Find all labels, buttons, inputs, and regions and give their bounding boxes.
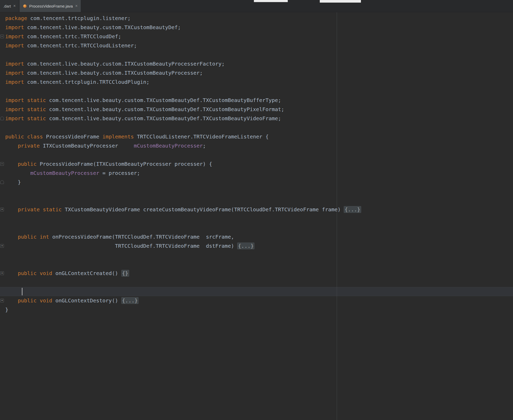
expand-fold-icon[interactable]: + [0, 299, 4, 302]
code-token: import [5, 33, 27, 40]
code-token: mCustomBeautyProcesser [30, 170, 99, 176]
code-line[interactable]: package com.tencent.trtcplugin.listener; [5, 14, 513, 23]
code-token: public void [18, 297, 55, 304]
code-line[interactable] [5, 260, 513, 269]
tab-label: .dart [3, 4, 11, 8]
code-line[interactable] [5, 214, 513, 223]
ide-window: .dart × ProcessVideoFrame.java × −−++++ … [0, 0, 513, 420]
tab-dart-file[interactable]: .dart × [0, 0, 19, 12]
code-token: com.tencent.live.beauty.custom.TXCustomB… [49, 115, 281, 122]
code-token: TRTCCloudDef.TRTCVideoFrame dstFrame) [5, 243, 237, 249]
folded-region[interactable]: {} [121, 270, 129, 277]
code-line[interactable]: import com.tencent.trtc.TRTCCloudListene… [5, 41, 513, 50]
code-line[interactable] [5, 278, 513, 287]
editor-tab-bar: .dart × ProcessVideoFrame.java × [0, 0, 513, 12]
code-token: onGLContextCreated() [55, 270, 121, 276]
code-line[interactable]: public ProcessVideoFrame(ITXCustomBeauty… [5, 160, 513, 169]
code-line[interactable]: public void onGLContextDestory() {...} [5, 296, 513, 305]
java-class-icon [23, 4, 27, 8]
code-token: com.tencent.live.beauty.custom.ITXCustom… [27, 70, 203, 76]
code-token: com.tencent.live.beauty.custom.TXCustomB… [49, 97, 281, 103]
code-token: private static [18, 206, 65, 213]
code-token [5, 170, 30, 176]
code-line[interactable] [5, 123, 513, 132]
code-line[interactable] [5, 187, 513, 196]
fold-range-icon[interactable]: − [0, 35, 4, 38]
folded-region[interactable]: {...} [237, 243, 254, 249]
code-token: import static [5, 115, 49, 122]
code-line[interactable] [5, 251, 513, 260]
code-token: } [5, 179, 21, 185]
code-token: private [18, 143, 43, 149]
code-token [5, 206, 18, 213]
fold-range-icon[interactable] [0, 117, 4, 120]
code-line[interactable]: import static com.tencent.live.beauty.cu… [5, 96, 513, 105]
code-token: } [5, 307, 8, 313]
code-token: import [5, 42, 27, 49]
expand-fold-icon[interactable]: + [0, 244, 4, 248]
code-editor[interactable]: −−++++ package com.tencent.trtcplugin.li… [0, 12, 513, 420]
code-token: TXCustomBeautyVideoFrame createCustomBea… [65, 206, 344, 213]
code-line[interactable]: } [5, 178, 513, 187]
code-line[interactable]: import com.tencent.trtcplugin.TRTCCloudP… [5, 78, 513, 87]
code-line[interactable]: } [5, 305, 513, 314]
code-token [5, 297, 18, 304]
code-line[interactable] [5, 223, 513, 232]
folded-region[interactable]: {...} [121, 297, 139, 304]
code-token: com.tencent.trtcplugin.TRTCCloudPlugin; [27, 79, 149, 85]
code-token: ITXCustomBeautyProcesser [43, 143, 134, 149]
code-line[interactable]: import com.tencent.trtc.TRTCCloudDef; [5, 32, 513, 41]
code-line[interactable]: public class ProcessVideoFrame implement… [5, 132, 513, 141]
code-line[interactable]: import com.tencent.live.beauty.custom.TX… [5, 23, 513, 32]
close-icon[interactable]: × [75, 4, 78, 8]
code-line[interactable]: import static com.tencent.live.beauty.cu… [5, 114, 513, 123]
code-token [5, 270, 18, 276]
code-line[interactable]: import com.tencent.live.beauty.custom.IT… [5, 59, 513, 68]
code-token [5, 234, 18, 240]
code-line[interactable]: import com.tencent.live.beauty.custom.IT… [5, 68, 513, 78]
code-token: import [5, 70, 27, 76]
code-line[interactable]: public void onGLContextCreated() {} [5, 269, 513, 278]
code-line[interactable] [5, 50, 513, 59]
code-token: = processer; [99, 170, 140, 176]
code-line[interactable] [5, 150, 513, 160]
gutter: −−++++ [0, 12, 5, 420]
code-line[interactable]: private ITXCustomBeautyProcesser mCustom… [5, 141, 513, 150]
code-lines: package com.tencent.trtcplugin.listener;… [0, 12, 513, 314]
code-token [5, 161, 18, 167]
fold-range-icon[interactable] [0, 180, 4, 184]
code-line[interactable] [5, 87, 513, 96]
code-token: public int [18, 234, 52, 240]
toolbar-fragment [320, 0, 361, 3]
code-token: com.tencent.trtcplugin.listener; [30, 15, 130, 21]
code-line[interactable]: TRTCCloudDef.TRTCVideoFrame dstFrame) {.… [5, 241, 513, 251]
code-token: com.tencent.trtc.TRTCCloudListener; [27, 42, 137, 49]
close-icon[interactable]: × [13, 4, 16, 8]
folded-region[interactable]: {...} [344, 206, 361, 213]
code-line[interactable] [5, 196, 513, 205]
text-caret [22, 288, 22, 295]
code-token: package [5, 15, 30, 21]
tab-processvideoframe-java[interactable]: ProcessVideoFrame.java × [20, 0, 81, 12]
code-token: public void [18, 270, 55, 276]
code-token [5, 143, 18, 149]
fold-range-icon[interactable]: − [0, 162, 4, 166]
code-line[interactable]: import static com.tencent.live.beauty.cu… [5, 105, 513, 114]
code-token: implements [102, 133, 137, 140]
code-token: import [5, 79, 27, 85]
code-token: import static [5, 106, 49, 112]
code-line[interactable]: private static TXCustomBeautyVideoFrame … [5, 205, 513, 214]
code-line[interactable]: mCustomBeautyProcesser = processer; [5, 169, 513, 178]
tab-label: ProcessVideoFrame.java [29, 4, 73, 8]
code-token: mCustomBeautyProcesser [134, 143, 203, 149]
code-token: import [5, 61, 27, 67]
code-token: ProcessVideoFrame(ITXCustomBeautyProcess… [40, 161, 212, 167]
expand-fold-icon[interactable]: + [0, 208, 4, 211]
code-token: com.tencent.live.beauty.custom.TXCustomB… [27, 24, 181, 30]
code-token: ; [203, 143, 206, 149]
code-token: com.tencent.live.beauty.custom.TXCustomB… [49, 106, 284, 112]
code-line[interactable]: public int onProcessVideoFrame(TRTCCloud… [5, 232, 513, 241]
expand-fold-icon[interactable]: + [0, 271, 4, 275]
code-token: public class [5, 133, 46, 140]
code-line[interactable] [5, 287, 513, 296]
